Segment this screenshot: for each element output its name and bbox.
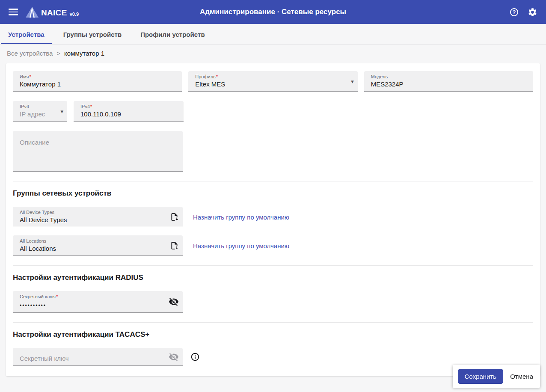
location-group-label: All Locations bbox=[20, 238, 168, 244]
info-icon bbox=[190, 352, 200, 362]
tab-device-profiles[interactable]: Профили устройств bbox=[133, 24, 212, 44]
device-type-group-field[interactable]: All Device Types All Device Types bbox=[13, 207, 183, 227]
tacacs-secret-field[interactable]: Секретный ключ bbox=[13, 348, 183, 366]
breadcrumb: Все устройства > коммутатор 1 bbox=[0, 45, 546, 62]
visibility-off-icon[interactable] bbox=[169, 297, 179, 307]
name-field[interactable]: Имя* Коммутатор 1 bbox=[13, 71, 182, 92]
assign-document-icon[interactable] bbox=[170, 241, 179, 250]
help-button[interactable]: ? bbox=[507, 6, 521, 19]
required-asterisk: * bbox=[29, 74, 31, 79]
chevron-down-icon[interactable]: ▾ bbox=[351, 78, 354, 84]
gear-icon bbox=[528, 7, 537, 17]
appbar-right: ? bbox=[507, 5, 540, 20]
tab-bar: Устройства Группы устройств Профили устр… bbox=[0, 24, 546, 45]
ip-type-select-value: IP адрес bbox=[20, 110, 53, 119]
info-button[interactable] bbox=[190, 351, 201, 362]
groups-section-title: Группы сетевых устройств bbox=[13, 189, 533, 198]
tab-devices[interactable]: Устройства bbox=[1, 24, 52, 44]
device-type-group-row: All Device Types All Device Types Назнач… bbox=[13, 207, 533, 227]
location-group-field[interactable]: All Locations All Locations bbox=[13, 235, 183, 256]
radius-secret-value: •••••••••• bbox=[20, 300, 168, 310]
section-divider bbox=[13, 265, 533, 266]
required-asterisk: * bbox=[90, 104, 92, 109]
save-button[interactable]: Сохранить bbox=[458, 369, 504, 384]
location-group-value: All Locations bbox=[20, 244, 168, 253]
page-title: Администрирование · Сетевые ресурсы bbox=[200, 8, 346, 16]
ipv4-field-value: 100.110.0.109 bbox=[80, 110, 169, 119]
action-bar: Сохранить Отмена bbox=[453, 365, 540, 388]
ipv4-field-label: IPv4* bbox=[80, 104, 169, 110]
assign-default-group-link[interactable]: Назначить группу по умолчанию bbox=[193, 214, 289, 221]
tacacs-secret-row: Секретный ключ bbox=[13, 348, 533, 366]
model-field-label: Модель bbox=[371, 74, 519, 80]
form-row-1: Имя* Коммутатор 1 Профиль* Eltex MES ▾ М… bbox=[13, 71, 533, 92]
profile-select-value: Eltex MES bbox=[195, 80, 343, 89]
name-field-label: Имя* bbox=[20, 74, 167, 80]
location-group-row: All Locations All Locations Назначить гр… bbox=[13, 235, 533, 256]
description-textarea[interactable]: Описание bbox=[13, 131, 183, 172]
required-asterisk: * bbox=[216, 74, 218, 79]
model-field[interactable]: Модель MES2324P bbox=[364, 71, 533, 92]
form-row-2: IPv4 IP адрес ▾ IPv4* 100.110.0.109 bbox=[13, 101, 533, 122]
visibility-off-icon[interactable] bbox=[169, 352, 179, 362]
app-header: NAICE v0.9 Администрирование · Сетевые р… bbox=[0, 0, 546, 24]
section-divider bbox=[13, 181, 533, 181]
assign-document-icon[interactable] bbox=[170, 212, 179, 221]
app-logo: NAICE v0.9 bbox=[26, 7, 79, 18]
appbar-left: NAICE v0.9 bbox=[6, 6, 79, 18]
ip-type-select[interactable]: IPv4 IP адрес ▾ bbox=[13, 101, 67, 122]
profile-select[interactable]: Профиль* Eltex MES ▾ bbox=[188, 71, 357, 92]
device-form-card: Имя* Коммутатор 1 Профиль* Eltex MES ▾ М… bbox=[6, 63, 540, 376]
app-name: NAICE bbox=[41, 8, 67, 18]
help-icon: ? bbox=[510, 8, 518, 16]
cancel-button[interactable]: Отмена bbox=[510, 373, 533, 380]
radius-secret-field[interactable]: Секретный ключ* •••••••••• bbox=[13, 291, 183, 313]
settings-button[interactable] bbox=[525, 5, 540, 20]
required-asterisk: * bbox=[56, 294, 58, 299]
description-placeholder: Описание bbox=[20, 138, 176, 147]
radius-secret-label: Секретный ключ* bbox=[20, 294, 168, 300]
ipv4-field[interactable]: IPv4* 100.110.0.109 bbox=[74, 101, 184, 122]
ip-type-select-label: IPv4 bbox=[20, 104, 53, 110]
breadcrumb-separator: > bbox=[56, 50, 60, 57]
section-divider bbox=[13, 322, 533, 323]
tacacs-secret-placeholder: Секретный ключ bbox=[20, 354, 168, 363]
app-version: v0.9 bbox=[70, 12, 79, 18]
assign-default-group-link[interactable]: Назначить группу по умолчанию bbox=[193, 242, 289, 249]
radius-section-title: Настройки аутентификации RADIUS bbox=[13, 273, 533, 282]
tacacs-section-title: Настройки аутентификации TACACS+ bbox=[13, 330, 533, 339]
hamburger-icon bbox=[9, 9, 18, 15]
breadcrumb-current: коммутатор 1 bbox=[64, 50, 104, 57]
profile-select-label: Профиль* bbox=[195, 74, 343, 80]
name-field-value: Коммутатор 1 bbox=[20, 80, 167, 89]
breadcrumb-root[interactable]: Все устройства bbox=[7, 50, 53, 57]
menu-button[interactable] bbox=[6, 6, 21, 18]
device-type-group-value: All Device Types bbox=[20, 216, 168, 224]
tab-device-groups[interactable]: Группы устройств bbox=[56, 24, 129, 44]
model-field-value: MES2324P bbox=[371, 80, 519, 89]
app-logo-icon bbox=[26, 7, 39, 18]
device-type-group-label: All Device Types bbox=[20, 210, 168, 215]
chevron-down-icon[interactable]: ▾ bbox=[60, 108, 63, 114]
